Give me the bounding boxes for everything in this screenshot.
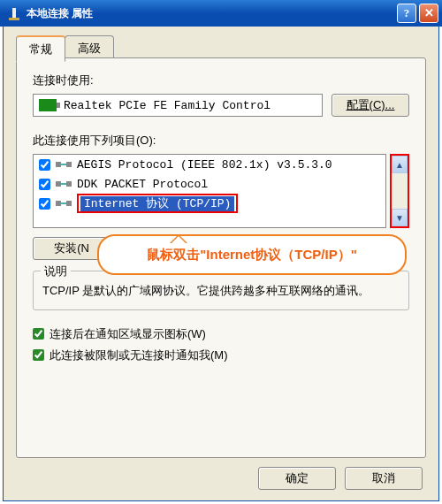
item-label: Internet 协议 (TCP/IP) xyxy=(80,196,234,211)
scroll-down-button[interactable]: ▼ xyxy=(392,209,408,226)
show-icon-checkbox[interactable] xyxy=(33,328,44,340)
description-group: 说明 TCP/IP 是默认的广域网协议。它提供跨越多种互联网络的通讯。 xyxy=(33,271,409,310)
titlebar: 本地连接 属性 ? ✕ xyxy=(0,0,442,27)
notify-label: 此连接被限制或无连接时通知我(M) xyxy=(50,347,228,363)
connect-using-label: 连接时使用: xyxy=(33,73,409,88)
list-item[interactable]: AEGIS Protocol (IEEE 802.1x) v3.5.3.0 xyxy=(34,155,385,174)
items-label: 此连接使用下列项目(O): xyxy=(33,133,409,149)
titlebar-buttons: ? ✕ xyxy=(397,4,438,23)
ok-button[interactable]: 确定 xyxy=(258,467,336,490)
description-legend: 说明 xyxy=(41,263,71,279)
annotation-callout: 鼠标双击"Internet协议（TCP/IP）" xyxy=(97,234,407,275)
nic-icon xyxy=(39,99,57,111)
item-checkbox[interactable] xyxy=(39,159,50,171)
help-button[interactable]: ? xyxy=(397,4,416,23)
adapter-field: Realtek PCIe FE Family Control xyxy=(33,94,323,117)
notify-checkbox-row[interactable]: 此连接被限制或无连接时通知我(M) xyxy=(33,347,409,363)
protocol-icon xyxy=(56,159,72,170)
cancel-button[interactable]: 取消 xyxy=(345,467,423,490)
window-title: 本地连接 属性 xyxy=(27,6,397,21)
description-text: TCP/IP 是默认的广域网协议。它提供跨越多种互联网络的通讯。 xyxy=(42,282,400,301)
item-label: DDK PACKET Protocol xyxy=(77,178,208,191)
dialog-footer: 确定 取消 xyxy=(258,467,423,490)
show-icon-checkbox-row[interactable]: 连接后在通知区域显示图标(W) xyxy=(33,326,409,342)
components-listbox[interactable]: AEGIS Protocol (IEEE 802.1x) v3.5.3.0 DD… xyxy=(33,154,386,228)
window-icon xyxy=(7,6,21,20)
callout-text: 鼠标双击"Internet协议（TCP/IP）" xyxy=(147,247,357,263)
item-label: AEGIS Protocol (IEEE 802.1x) v3.5.3.0 xyxy=(77,158,332,172)
adapter-name: Realtek PCIe FE Family Control xyxy=(64,99,271,112)
list-item[interactable]: DDK PACKET Protocol xyxy=(34,174,385,194)
item-checkbox[interactable] xyxy=(39,179,50,190)
configure-button[interactable]: 配置(C)... xyxy=(332,94,409,117)
notify-checkbox[interactable] xyxy=(33,349,44,361)
close-button[interactable]: ✕ xyxy=(419,4,438,23)
protocol-icon xyxy=(56,198,72,209)
scrollbar-highlight: ▲ ▼ xyxy=(390,154,409,228)
show-icon-label: 连接后在通知区域显示图标(W) xyxy=(50,326,206,342)
list-item-selected[interactable]: Internet 协议 (TCP/IP) xyxy=(34,194,385,213)
scroll-up-button[interactable]: ▲ xyxy=(392,156,408,173)
item-checkbox[interactable] xyxy=(39,198,50,210)
highlight-box: Internet 协议 (TCP/IP) xyxy=(77,194,238,213)
tab-general[interactable]: 常规 xyxy=(16,35,65,62)
protocol-icon xyxy=(56,179,72,189)
